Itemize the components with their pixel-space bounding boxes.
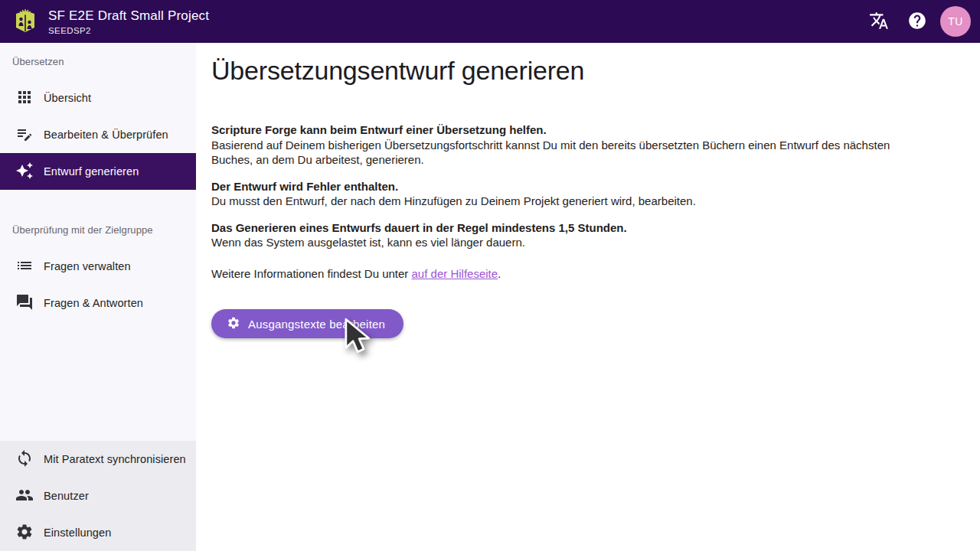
- help-page-link[interactable]: auf der Hilfeseite: [412, 267, 498, 280]
- language-button[interactable]: [864, 6, 894, 37]
- page-title: Übersetzungsentwurf generieren: [211, 55, 934, 86]
- sidebar-item-label: Bearbeiten & Überprüfen: [44, 129, 168, 141]
- sidebar-item-settings[interactable]: Einstellungen: [0, 514, 196, 551]
- sidebar-item-users[interactable]: Benutzer: [0, 478, 196, 514]
- paragraph-text: Du musst den Entwurf, der nach dem Hinzu…: [211, 194, 696, 207]
- sidebar-footer: Mit Paratext synchronisieren Benutzer Ei…: [0, 441, 196, 551]
- sparkles-icon: [15, 161, 34, 182]
- sync-icon: [15, 449, 34, 470]
- sidebar-item-label: Benutzer: [44, 490, 89, 502]
- user-avatar[interactable]: TU: [940, 6, 971, 37]
- section-label-community-checking: Überprüfung mit der Zielgruppe: [0, 211, 196, 248]
- app-topbar: SF E2E Draft Small Project SEEDSP2 TU: [0, 0, 980, 43]
- paragraph-text: Basierend auf Deinem bisherigen Übersetz…: [211, 139, 890, 167]
- gear-icon: [227, 316, 240, 332]
- topbar-actions: TU: [864, 6, 971, 37]
- sidebar-item-questions-answers[interactable]: Fragen & Antworten: [0, 285, 196, 321]
- project-title: SF E2E Draft Small Project: [48, 8, 209, 24]
- sidebar-item-label: Übersicht: [44, 92, 91, 104]
- sidebar-item-label: Mit Paratext synchronisieren: [44, 453, 186, 465]
- paragraph-duration: Das Generieren eines Entwurfs dauert in …: [211, 220, 934, 250]
- project-shortname: SEEDSP2: [48, 26, 209, 35]
- help-button[interactable]: [902, 6, 933, 37]
- sidebar-item-overview[interactable]: Übersicht: [0, 80, 196, 116]
- forum-icon: [15, 293, 34, 314]
- translate-icon: [869, 11, 889, 33]
- sidebar-item-label: Entwurf generieren: [44, 165, 139, 178]
- list-icon: [15, 256, 34, 277]
- scripture-forge-logo-icon: [14, 6, 37, 37]
- apps-grid-icon: [15, 88, 34, 109]
- sidebar-item-label: Fragen & Antworten: [44, 297, 143, 309]
- gear-icon: [15, 523, 34, 543]
- help-line-suffix: .: [498, 267, 501, 280]
- paragraph-help-intro: Scripture Forge kann beim Entwurf einer …: [211, 122, 934, 168]
- edit-note-icon: [15, 125, 34, 145]
- button-label: Ausgangstexte bearbeiten: [248, 318, 385, 331]
- sidebar-item-label: Fragen verwalten: [44, 260, 131, 272]
- brand: SF E2E Draft Small Project SEEDSP2: [14, 6, 209, 37]
- paragraph-bold: Der Entwurf wird Fehler enthalten.: [211, 180, 398, 193]
- paragraph-bold: Scripture Forge kann beim Entwurf einer …: [211, 123, 547, 136]
- paragraph-text: Wenn das System ausgelastet ist, kann es…: [211, 236, 525, 249]
- sidebar-item-sync-paratext[interactable]: Mit Paratext synchronisieren: [0, 441, 196, 478]
- configure-sources-button[interactable]: Ausgangstexte bearbeiten: [211, 309, 403, 338]
- sidebar-item-manage-questions[interactable]: Fragen verwalten: [0, 248, 196, 285]
- sidebar: Übersetzen Übersicht Bearbeiten & Überpr…: [0, 43, 196, 551]
- people-icon: [15, 486, 34, 507]
- sidebar-item-generate-draft[interactable]: Entwurf generieren: [0, 153, 196, 190]
- main-content: Übersetzungsentwurf generieren Scripture…: [196, 0, 980, 338]
- paragraph-errors: Der Entwurf wird Fehler enthalten. Du mu…: [211, 179, 934, 209]
- sidebar-item-label: Einstellungen: [44, 527, 111, 539]
- section-label-translate: Übersetzen: [0, 43, 196, 80]
- help-icon: [907, 11, 927, 33]
- brand-text: SF E2E Draft Small Project SEEDSP2: [48, 8, 209, 35]
- paragraph-bold: Das Generieren eines Entwurfs dauert in …: [211, 221, 627, 234]
- sidebar-item-edit-review[interactable]: Bearbeiten & Überprüfen: [0, 116, 196, 153]
- help-line: Weitere Informationen findest Du unter a…: [211, 266, 934, 282]
- help-line-prefix: Weitere Informationen findest Du unter: [211, 267, 412, 280]
